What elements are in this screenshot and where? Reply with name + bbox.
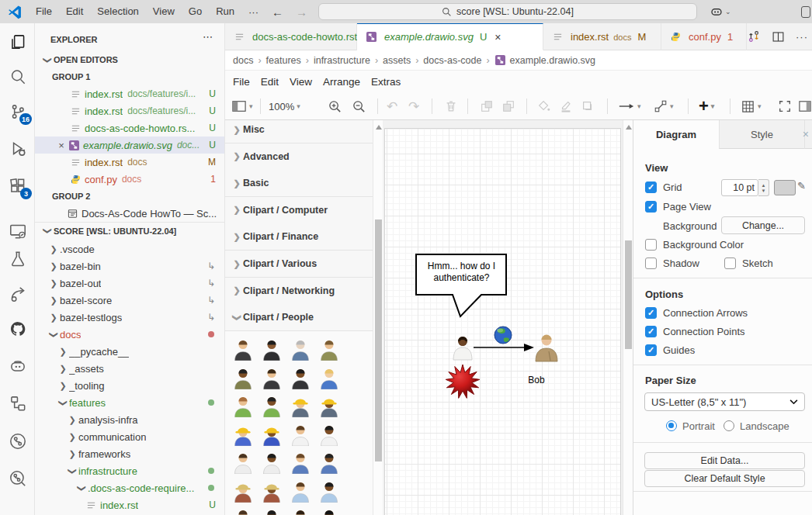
drawio-menu-file[interactable]: File: [233, 76, 259, 88]
shape-section-clipart-various[interactable]: ❯Clipart / Various: [225, 251, 373, 278]
close-icon[interactable]: ×: [55, 140, 68, 151]
open-editor-item[interactable]: index.rstdocs/features/i...U: [35, 85, 225, 102]
person-clipart-shape[interactable]: [231, 366, 255, 389]
fill-color-button[interactable]: [537, 98, 551, 115]
explorer-icon[interactable]: [8, 32, 28, 52]
person-clipart-shape[interactable]: [231, 337, 255, 361]
breadcrumb-item[interactable]: docs: [233, 55, 253, 66]
source-control-icon[interactable]: 16: [8, 102, 28, 122]
person-clipart-shape[interactable]: [289, 451, 312, 474]
person-clipart-shape[interactable]: [231, 451, 255, 474]
open-editor-item[interactable]: index.rstdocsM: [35, 154, 225, 171]
tab-more-actions-button[interactable]: ···: [796, 31, 808, 43]
person-clipart-shape[interactable]: [289, 394, 312, 417]
zoom-in-button[interactable]: [328, 98, 342, 115]
workspace-root-header[interactable]: ❯SCORE [WSL: UBUNTU-22.04]: [35, 222, 225, 239]
person-clipart-shape[interactable]: [318, 479, 341, 503]
shape-section-misc[interactable]: ❯Misc: [225, 120, 373, 143]
tree-item--tooling[interactable]: ❯_tooling: [35, 377, 225, 394]
shape-section-advanced[interactable]: ❯Advanced: [225, 143, 373, 171]
nav-forward-button[interactable]: →: [290, 5, 314, 19]
person-clipart-shape[interactable]: [260, 451, 283, 474]
breadcrumb-item[interactable]: assets: [383, 55, 411, 66]
waypoint-style-button[interactable]: ▾: [654, 98, 674, 115]
sketch-checkbox[interactable]: [724, 258, 736, 269]
shape-section-basic[interactable]: ❯Basic: [225, 170, 373, 197]
shapes-panel-scrollbar[interactable]: [373, 120, 383, 515]
page-view-checkbox[interactable]: ✓: [645, 201, 657, 213]
nav-back-button[interactable]: ←: [265, 5, 290, 19]
person-clipart-shape[interactable]: [289, 423, 312, 446]
open-editor-item[interactable]: ×example.drawio.svgdoc...U: [35, 137, 225, 154]
person-clipart-shape[interactable]: [318, 394, 341, 417]
shape-section-clipart-computer[interactable]: ❯Clipart / Computer: [225, 197, 373, 224]
tree-item-frameworks[interactable]: ❯frameworks: [35, 445, 225, 462]
drawio-menu-view[interactable]: View: [290, 76, 321, 88]
clear-default-style-button[interactable]: Clear Default Style: [644, 470, 805, 487]
drawio-menu-arrange[interactable]: Arrange: [323, 76, 369, 88]
menu-edit[interactable]: Edit: [59, 0, 90, 23]
split-editor-icon[interactable]: [772, 30, 785, 43]
background-color-checkbox[interactable]: [645, 239, 657, 251]
menu-view[interactable]: View: [146, 0, 182, 23]
toggle-panel-button[interactable]: ▾: [231, 98, 253, 115]
paper-size-select[interactable]: US-Letter (8,5" x 11"): [644, 392, 805, 411]
fullscreen-button[interactable]: [778, 98, 792, 115]
change-background-button[interactable]: Change...: [721, 216, 805, 234]
tab-example.drawio.svg[interactable]: example.drawio.svgU×: [357, 23, 543, 50]
insert-button[interactable]: +▾: [699, 98, 714, 115]
open-editor-item[interactable]: Docs-As-Code HowTo — Sc...: [35, 205, 225, 222]
person-clipart-shape[interactable]: [260, 394, 283, 417]
portrait-radio[interactable]: [666, 420, 677, 431]
edit-data-button[interactable]: Edit Data...: [644, 452, 805, 469]
close-icon[interactable]: ×: [494, 31, 501, 43]
tree-item-infrastructure[interactable]: ❯infrastructure: [35, 462, 225, 479]
to-front-button[interactable]: [480, 98, 494, 115]
speech-bubble-text[interactable]: Hmm... how do I authenticate?: [417, 261, 506, 284]
connection-points-checkbox[interactable]: ✓: [645, 326, 657, 337]
menu-file[interactable]: File: [29, 0, 59, 23]
person-clipart-shape[interactable]: [260, 507, 283, 515]
scrollbar-thumb[interactable]: [625, 240, 632, 349]
person-clipart-shape[interactable]: [260, 337, 283, 361]
scroll-up-arrow[interactable]: [626, 125, 632, 130]
person-clipart-shape[interactable]: [289, 507, 312, 515]
tree-item-bazel-out[interactable]: ❯bazel-out↳: [35, 275, 225, 292]
tab-index.rst[interactable]: index.rstdocsM: [543, 23, 661, 50]
zoom-out-button[interactable]: [352, 98, 366, 115]
menu-go[interactable]: Go: [182, 0, 209, 23]
extensions-icon[interactable]: 3: [8, 176, 28, 196]
tree-item--pycache-[interactable]: ❯__pycache__: [35, 343, 225, 360]
open-editor-item[interactable]: index.rstdocs/features/i...U: [35, 102, 225, 119]
tree-item--assets[interactable]: ❯_assets: [35, 360, 225, 377]
guides-checkbox[interactable]: ✓: [645, 344, 657, 356]
redo-button[interactable]: ↷: [408, 98, 419, 115]
grid-size-input[interactable]: 10 pt: [721, 179, 758, 196]
person-clipart-shape[interactable]: [231, 479, 255, 503]
hierarchy-icon[interactable]: [8, 393, 28, 413]
search-icon[interactable]: [8, 67, 28, 87]
git-graph-search-icon[interactable]: [8, 468, 28, 489]
undo-button[interactable]: ↶: [387, 98, 397, 115]
tab-style[interactable]: Style: [719, 120, 804, 149]
tree-item-analysis-infra[interactable]: ❯analysis-infra: [35, 411, 225, 428]
person-clipart-shape[interactable]: [289, 337, 312, 361]
person-clipart-shape[interactable]: [231, 423, 255, 446]
drawio-canvas[interactable]: Hmm... how do I authenticate? Bob: [383, 120, 623, 515]
open-changes-icon[interactable]: [747, 29, 761, 43]
connection-arrows-checkbox[interactable]: ✓: [645, 307, 657, 319]
connection-style-button[interactable]: ▾: [618, 98, 641, 115]
shape-section-clipart-people[interactable]: ❯Clipart / People: [225, 304, 373, 331]
github-icon[interactable]: [8, 319, 28, 339]
tab-docs-as-code-howto.rst[interactable]: docs-as-code-howto.rstU: [225, 23, 357, 50]
command-search-box[interactable]: score [WSL: Ubuntu-22.04]: [318, 3, 697, 20]
close-panel-icon[interactable]: ×: [803, 128, 809, 140]
tree-item--vscode[interactable]: ❯.vscode: [35, 240, 225, 258]
menu-selection[interactable]: Selection: [90, 0, 145, 23]
shadow-checkbox[interactable]: [645, 258, 657, 269]
zoom-select[interactable]: 100%▾: [269, 98, 300, 115]
person-clipart-shape[interactable]: [289, 479, 312, 503]
tree-item-bazel-bin[interactable]: ❯bazel-bin↳: [35, 258, 225, 275]
canvas-scrollbar[interactable]: [623, 120, 633, 515]
layout-panel-icon[interactable]: [801, 6, 810, 18]
